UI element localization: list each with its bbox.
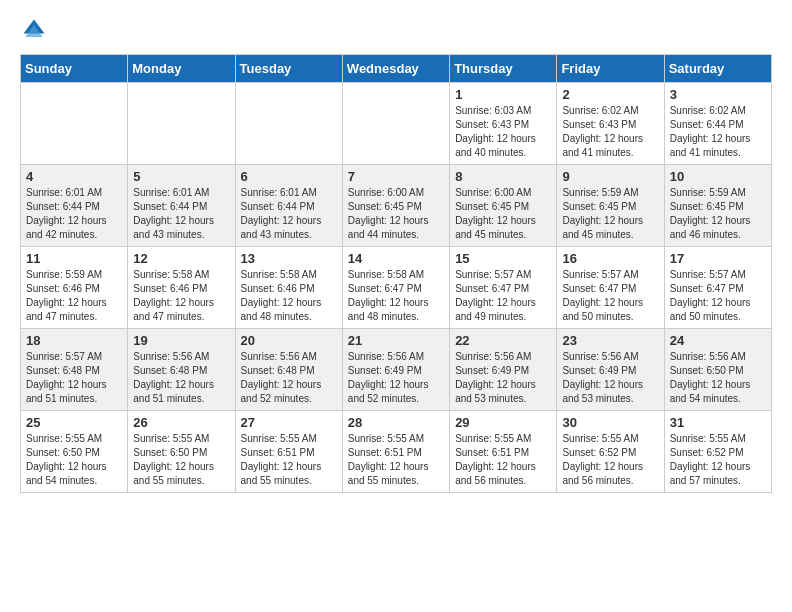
calendar-cell: 7Sunrise: 6:00 AM Sunset: 6:45 PM Daylig… — [342, 165, 449, 247]
day-info: Sunrise: 6:03 AM Sunset: 6:43 PM Dayligh… — [455, 104, 551, 160]
weekday-header: Tuesday — [235, 55, 342, 83]
day-info: Sunrise: 5:55 AM Sunset: 6:52 PM Dayligh… — [562, 432, 658, 488]
calendar-cell: 24Sunrise: 5:56 AM Sunset: 6:50 PM Dayli… — [664, 329, 771, 411]
calendar-cell: 12Sunrise: 5:58 AM Sunset: 6:46 PM Dayli… — [128, 247, 235, 329]
calendar-cell: 5Sunrise: 6:01 AM Sunset: 6:44 PM Daylig… — [128, 165, 235, 247]
calendar-table: SundayMondayTuesdayWednesdayThursdayFrid… — [20, 54, 772, 493]
day-info: Sunrise: 5:57 AM Sunset: 6:47 PM Dayligh… — [670, 268, 766, 324]
calendar-week-row: 18Sunrise: 5:57 AM Sunset: 6:48 PM Dayli… — [21, 329, 772, 411]
day-number: 1 — [455, 87, 551, 102]
weekday-header: Friday — [557, 55, 664, 83]
day-info: Sunrise: 5:56 AM Sunset: 6:49 PM Dayligh… — [455, 350, 551, 406]
day-info: Sunrise: 5:56 AM Sunset: 6:49 PM Dayligh… — [562, 350, 658, 406]
day-info: Sunrise: 5:56 AM Sunset: 6:48 PM Dayligh… — [241, 350, 337, 406]
day-info: Sunrise: 6:00 AM Sunset: 6:45 PM Dayligh… — [348, 186, 444, 242]
day-info: Sunrise: 5:55 AM Sunset: 6:52 PM Dayligh… — [670, 432, 766, 488]
day-number: 16 — [562, 251, 658, 266]
day-info: Sunrise: 5:57 AM Sunset: 6:48 PM Dayligh… — [26, 350, 122, 406]
day-info: Sunrise: 5:58 AM Sunset: 6:47 PM Dayligh… — [348, 268, 444, 324]
calendar-cell: 11Sunrise: 5:59 AM Sunset: 6:46 PM Dayli… — [21, 247, 128, 329]
day-number: 26 — [133, 415, 229, 430]
day-number: 22 — [455, 333, 551, 348]
calendar-cell: 4Sunrise: 6:01 AM Sunset: 6:44 PM Daylig… — [21, 165, 128, 247]
calendar-cell: 6Sunrise: 6:01 AM Sunset: 6:44 PM Daylig… — [235, 165, 342, 247]
day-info: Sunrise: 5:55 AM Sunset: 6:51 PM Dayligh… — [455, 432, 551, 488]
calendar-cell: 29Sunrise: 5:55 AM Sunset: 6:51 PM Dayli… — [450, 411, 557, 493]
day-info: Sunrise: 5:56 AM Sunset: 6:48 PM Dayligh… — [133, 350, 229, 406]
calendar-cell: 21Sunrise: 5:56 AM Sunset: 6:49 PM Dayli… — [342, 329, 449, 411]
calendar-week-row: 4Sunrise: 6:01 AM Sunset: 6:44 PM Daylig… — [21, 165, 772, 247]
weekday-header: Wednesday — [342, 55, 449, 83]
day-number: 28 — [348, 415, 444, 430]
calendar-cell — [235, 83, 342, 165]
day-info: Sunrise: 5:57 AM Sunset: 6:47 PM Dayligh… — [455, 268, 551, 324]
calendar-cell: 23Sunrise: 5:56 AM Sunset: 6:49 PM Dayli… — [557, 329, 664, 411]
calendar-cell: 22Sunrise: 5:56 AM Sunset: 6:49 PM Dayli… — [450, 329, 557, 411]
day-number: 20 — [241, 333, 337, 348]
weekday-header: Monday — [128, 55, 235, 83]
day-info: Sunrise: 6:01 AM Sunset: 6:44 PM Dayligh… — [133, 186, 229, 242]
day-number: 30 — [562, 415, 658, 430]
day-number: 31 — [670, 415, 766, 430]
weekday-header: Thursday — [450, 55, 557, 83]
day-number: 27 — [241, 415, 337, 430]
calendar-cell: 18Sunrise: 5:57 AM Sunset: 6:48 PM Dayli… — [21, 329, 128, 411]
day-number: 19 — [133, 333, 229, 348]
day-number: 14 — [348, 251, 444, 266]
calendar-cell: 13Sunrise: 5:58 AM Sunset: 6:46 PM Dayli… — [235, 247, 342, 329]
calendar-cell: 14Sunrise: 5:58 AM Sunset: 6:47 PM Dayli… — [342, 247, 449, 329]
day-number: 2 — [562, 87, 658, 102]
calendar-cell: 30Sunrise: 5:55 AM Sunset: 6:52 PM Dayli… — [557, 411, 664, 493]
day-info: Sunrise: 6:01 AM Sunset: 6:44 PM Dayligh… — [241, 186, 337, 242]
calendar-cell: 3Sunrise: 6:02 AM Sunset: 6:44 PM Daylig… — [664, 83, 771, 165]
day-number: 3 — [670, 87, 766, 102]
calendar-cell: 26Sunrise: 5:55 AM Sunset: 6:50 PM Dayli… — [128, 411, 235, 493]
calendar-cell — [128, 83, 235, 165]
day-number: 21 — [348, 333, 444, 348]
logo-icon — [20, 16, 48, 44]
day-info: Sunrise: 5:55 AM Sunset: 6:50 PM Dayligh… — [133, 432, 229, 488]
calendar-cell: 27Sunrise: 5:55 AM Sunset: 6:51 PM Dayli… — [235, 411, 342, 493]
day-number: 12 — [133, 251, 229, 266]
day-number: 5 — [133, 169, 229, 184]
day-number: 4 — [26, 169, 122, 184]
calendar-week-row: 25Sunrise: 5:55 AM Sunset: 6:50 PM Dayli… — [21, 411, 772, 493]
page-header — [20, 16, 772, 44]
day-number: 13 — [241, 251, 337, 266]
day-info: Sunrise: 5:59 AM Sunset: 6:45 PM Dayligh… — [562, 186, 658, 242]
day-number: 7 — [348, 169, 444, 184]
calendar-week-row: 1Sunrise: 6:03 AM Sunset: 6:43 PM Daylig… — [21, 83, 772, 165]
day-info: Sunrise: 5:57 AM Sunset: 6:47 PM Dayligh… — [562, 268, 658, 324]
day-number: 9 — [562, 169, 658, 184]
calendar-cell: 31Sunrise: 5:55 AM Sunset: 6:52 PM Dayli… — [664, 411, 771, 493]
day-info: Sunrise: 5:59 AM Sunset: 6:45 PM Dayligh… — [670, 186, 766, 242]
calendar-cell: 9Sunrise: 5:59 AM Sunset: 6:45 PM Daylig… — [557, 165, 664, 247]
calendar-cell: 8Sunrise: 6:00 AM Sunset: 6:45 PM Daylig… — [450, 165, 557, 247]
day-number: 18 — [26, 333, 122, 348]
day-info: Sunrise: 5:56 AM Sunset: 6:50 PM Dayligh… — [670, 350, 766, 406]
day-number: 8 — [455, 169, 551, 184]
day-number: 23 — [562, 333, 658, 348]
logo — [20, 16, 52, 44]
day-info: Sunrise: 5:56 AM Sunset: 6:49 PM Dayligh… — [348, 350, 444, 406]
calendar-cell: 2Sunrise: 6:02 AM Sunset: 6:43 PM Daylig… — [557, 83, 664, 165]
weekday-header-row: SundayMondayTuesdayWednesdayThursdayFrid… — [21, 55, 772, 83]
calendar-cell — [21, 83, 128, 165]
day-number: 11 — [26, 251, 122, 266]
calendar-cell: 28Sunrise: 5:55 AM Sunset: 6:51 PM Dayli… — [342, 411, 449, 493]
day-info: Sunrise: 6:02 AM Sunset: 6:44 PM Dayligh… — [670, 104, 766, 160]
day-number: 25 — [26, 415, 122, 430]
day-number: 15 — [455, 251, 551, 266]
calendar-cell: 1Sunrise: 6:03 AM Sunset: 6:43 PM Daylig… — [450, 83, 557, 165]
calendar-cell: 10Sunrise: 5:59 AM Sunset: 6:45 PM Dayli… — [664, 165, 771, 247]
day-info: Sunrise: 5:58 AM Sunset: 6:46 PM Dayligh… — [133, 268, 229, 324]
day-info: Sunrise: 6:01 AM Sunset: 6:44 PM Dayligh… — [26, 186, 122, 242]
calendar-cell: 20Sunrise: 5:56 AM Sunset: 6:48 PM Dayli… — [235, 329, 342, 411]
calendar-week-row: 11Sunrise: 5:59 AM Sunset: 6:46 PM Dayli… — [21, 247, 772, 329]
day-number: 17 — [670, 251, 766, 266]
weekday-header: Saturday — [664, 55, 771, 83]
weekday-header: Sunday — [21, 55, 128, 83]
calendar-cell: 19Sunrise: 5:56 AM Sunset: 6:48 PM Dayli… — [128, 329, 235, 411]
day-info: Sunrise: 5:55 AM Sunset: 6:51 PM Dayligh… — [241, 432, 337, 488]
day-info: Sunrise: 6:02 AM Sunset: 6:43 PM Dayligh… — [562, 104, 658, 160]
